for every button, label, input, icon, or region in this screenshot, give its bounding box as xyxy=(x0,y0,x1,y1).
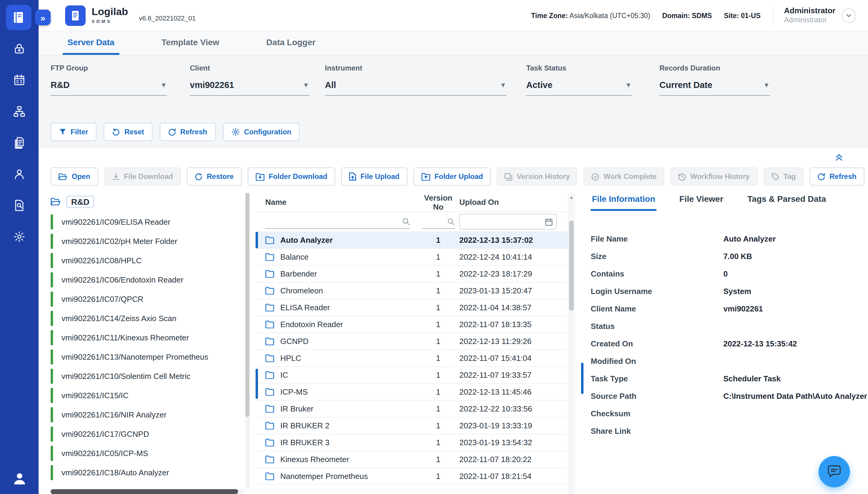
folder-download-button[interactable]: Folder Download xyxy=(247,168,335,186)
name-search-input[interactable] xyxy=(265,215,402,227)
folder-icon xyxy=(265,321,274,328)
detail-field-row: Checksum xyxy=(591,405,868,422)
calendar-icon[interactable] xyxy=(545,218,553,226)
tree-item-label: vmi902261/IC06/Endotoxin Reader xyxy=(61,275,184,284)
tree-item[interactable]: vmi902261/IC02/pH Meter Folder xyxy=(51,232,250,250)
tree-item[interactable]: vmi902261/IC05/ICP-MS xyxy=(51,444,250,462)
open-button[interactable]: Open xyxy=(51,168,98,186)
filter-button[interactable]: Filter xyxy=(51,123,97,141)
folder-open-icon xyxy=(51,197,61,206)
table-row[interactable]: GCNPD 1 2022-12-13 11:29:26 xyxy=(256,333,575,350)
filter-value: Active xyxy=(526,80,552,90)
top-header: Logilab SDMS v6.6_20221022_01 Time Zone:… xyxy=(39,0,868,31)
table-body: Auto Analyzer 1 2022-12-13 15:37:02 Bala… xyxy=(256,232,575,485)
tab-tags-parsed-data[interactable]: Tags & Parsed Data xyxy=(746,194,827,211)
row-upload-on: 2023-01-13 15:20:47 xyxy=(458,286,564,295)
tree-item[interactable]: vmi902261/IC15/IC xyxy=(51,387,250,404)
reset-button[interactable]: Reset xyxy=(104,123,152,141)
table-row[interactable]: Barbender 1 2022-12-23 18:17:29 xyxy=(256,266,575,283)
tree-item[interactable]: vmi902261/IC08/HPLC xyxy=(51,252,250,269)
scroll-up-arrow-icon[interactable]: ▲ xyxy=(568,193,575,202)
tree-item[interactable]: vmi902261/IC07/QPCR xyxy=(51,290,250,308)
filter-select[interactable]: Records Duration Current Date ▼ xyxy=(660,64,770,96)
tree-item[interactable]: vmi902261/IC13/Nanotemper Prometheus xyxy=(51,348,250,366)
filter-select[interactable]: Instrument All ▼ xyxy=(325,64,506,96)
filter-select[interactable]: Task Status Active ▼ xyxy=(526,64,632,96)
row-name: HPLC xyxy=(280,354,301,363)
refresh-icon xyxy=(817,173,825,180)
sidebar-item-security[interactable] xyxy=(7,37,31,60)
sidebar-expand-button[interactable]: » xyxy=(35,10,51,25)
detail-field-row: Source Path C:\Instrument Data Path\Auto… xyxy=(591,387,868,405)
scrollbar-thumb[interactable] xyxy=(51,489,238,494)
table-row[interactable]: Balance 1 2022-12-24 10:41:14 xyxy=(256,249,575,266)
table-row[interactable]: IC 1 2022-11-07 19:33:57 xyxy=(256,367,575,384)
chevron-down-icon: ▼ xyxy=(500,81,506,89)
detail-scroll-indicator[interactable] xyxy=(581,363,584,394)
tab-server-data[interactable]: Server Data xyxy=(63,31,119,55)
settings-gear-icon xyxy=(13,231,25,243)
filter-select[interactable]: FTP Group R&D ▼ xyxy=(51,64,167,96)
tab-template-view[interactable]: Template View xyxy=(157,31,224,55)
app-logo-tile[interactable] xyxy=(6,5,31,30)
upload-date-filter-input[interactable] xyxy=(465,216,545,228)
sidebar-item-documents[interactable] xyxy=(7,131,31,154)
folder-icon xyxy=(265,270,274,278)
tab-data-logger[interactable]: Data Logger xyxy=(262,31,320,55)
site-text: Site: 01-US xyxy=(724,12,760,19)
tree-item[interactable]: vmi902261/IC06/Endotoxin Reader xyxy=(51,271,250,289)
user-menu[interactable]: Administrator Administrator xyxy=(773,6,856,25)
table-vertical-scrollbar[interactable]: ▲ xyxy=(568,193,575,494)
user-menu-chevron-button[interactable] xyxy=(842,8,856,23)
tree-item[interactable]: vmi902261/IC14/Zeiss Axio Scan xyxy=(51,310,250,327)
audit-log-icon xyxy=(13,200,25,211)
version-search-input[interactable] xyxy=(422,215,447,227)
configuration-button[interactable]: Configuration xyxy=(223,123,300,141)
filter-select[interactable]: Client vmi902261 ▼ xyxy=(190,64,309,96)
lock-icon xyxy=(13,43,25,55)
tab-file-viewer[interactable]: File Viewer xyxy=(678,194,724,211)
chat-support-button[interactable] xyxy=(818,456,850,487)
tree-item[interactable]: vmi902261/IC10/Solentim Cell Metric xyxy=(51,367,250,385)
column-header-upload-on[interactable]: Upload On xyxy=(458,197,564,207)
table-row[interactable]: Auto Analyzer 1 2022-12-13 15:37:02 xyxy=(256,232,575,249)
table-row[interactable]: IR BRUKER 2 1 2023-01-19 13:33:19 xyxy=(256,417,575,434)
double-chevron-up-icon xyxy=(834,152,844,162)
sidebar-item-settings[interactable] xyxy=(7,225,31,248)
row-version: 1 xyxy=(418,455,458,464)
tree-root-node[interactable]: R&D xyxy=(51,193,250,211)
table-row[interactable]: Chromeleon 1 2023-01-13 15:20:47 xyxy=(256,283,575,299)
sidebar-item-hierarchy[interactable] xyxy=(7,100,31,123)
table-row[interactable]: ICP-MS 1 2022-12-13 11:45:46 xyxy=(256,384,575,401)
table-row[interactable]: Endotoxin Reader 1 2022-11-07 18:13:35 xyxy=(256,316,575,333)
folder-upload-button[interactable]: Folder Upload xyxy=(413,168,491,186)
tree-item[interactable]: vmi902261/IC18/Auto Analyzer xyxy=(51,464,250,481)
refresh-button[interactable]: Refresh xyxy=(160,123,216,141)
table-scroll-indicator[interactable] xyxy=(256,369,258,399)
tree-item[interactable]: vmi902261/IC09/ELISA Reader xyxy=(51,213,250,231)
collapse-filters-button[interactable] xyxy=(834,152,844,162)
column-header-name[interactable]: Name xyxy=(256,197,418,207)
refresh-list-button[interactable]: Refresh xyxy=(810,168,864,186)
scrollbar-thumb[interactable] xyxy=(245,193,250,417)
table-row[interactable]: Kinexus Rheometer 1 2022-11-07 18:20:22 xyxy=(256,451,575,468)
table-row[interactable]: Nanotemper Prometheus 1 2022-11-07 18:21… xyxy=(256,468,575,485)
tree-item[interactable]: vmi902261/IC11/Kinexus Rheometer xyxy=(51,329,250,346)
tree-vertical-scrollbar[interactable] xyxy=(245,193,250,488)
sidebar-item-audit[interactable] xyxy=(7,194,31,217)
restore-button[interactable]: Restore xyxy=(187,168,241,186)
column-header-version[interactable]: Version No xyxy=(418,193,458,211)
table-row[interactable]: IR Bruker 1 2022-12-22 10:33:56 xyxy=(256,401,575,417)
tab-file-information[interactable]: File Information xyxy=(591,194,657,211)
table-row[interactable]: IR BRUKER 3 1 2023-01-19 13:54:32 xyxy=(256,434,575,451)
table-row[interactable]: ELISA Reader 1 2022-11-04 14:38:57 xyxy=(256,299,575,316)
file-upload-button[interactable]: File Upload xyxy=(341,168,407,186)
sidebar-item-users[interactable] xyxy=(7,163,31,186)
sidebar-item-schedule[interactable] xyxy=(7,69,31,92)
tree-item[interactable]: vmi902261/IC17/GCNPD xyxy=(51,425,250,443)
table-row[interactable]: HPLC 1 2022-11-07 15:41:04 xyxy=(256,350,575,367)
sidebar-user-avatar[interactable] xyxy=(0,471,39,487)
tree-item[interactable]: vmi902261/IC16/NIR Analyzer xyxy=(51,406,250,423)
tree-horizontal-scrollbar[interactable] xyxy=(51,489,244,494)
scrollbar-thumb[interactable] xyxy=(569,221,574,311)
